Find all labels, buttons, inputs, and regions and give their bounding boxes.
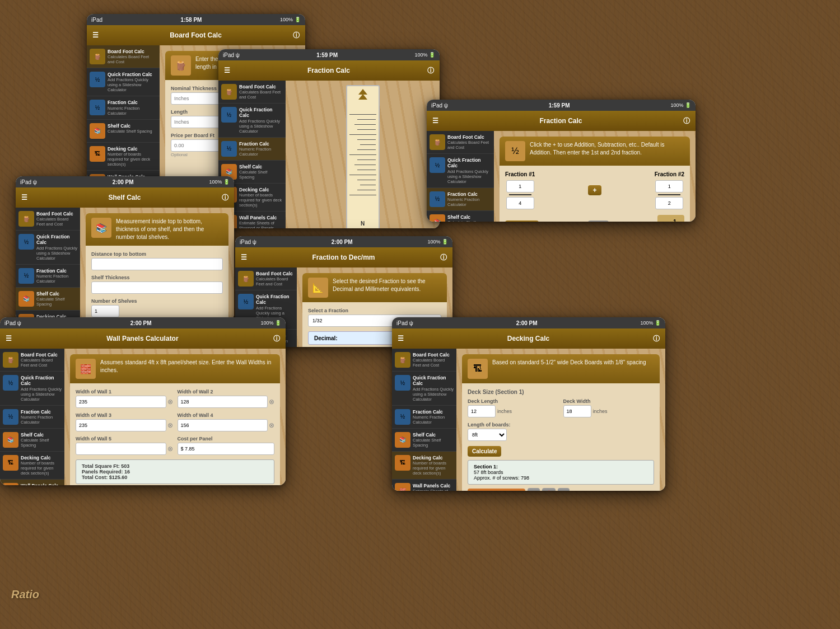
si-bf6[interactable]: 🪵 Board Foot CalcCalculates Board Feet a… bbox=[0, 349, 64, 372]
sidebar-text-decking-1: Decking Calc Number of boards required f… bbox=[108, 146, 157, 167]
si-txt-bf5: Board Foot CalcCalculates Board Feet and… bbox=[256, 271, 294, 287]
deck-width-input[interactable] bbox=[563, 405, 591, 417]
si-s4[interactable]: 📚 Shelf CalcCalculate Shelf Spacing bbox=[16, 288, 80, 311]
info-icon-5[interactable]: ⓘ bbox=[440, 253, 447, 262]
sidebar-item-frac-2[interactable]: ½ Fraction Calc Numeric Fraction Calcula… bbox=[218, 138, 286, 161]
wall3-input[interactable] bbox=[76, 419, 166, 431]
sidebar-item-board-foot-1[interactable]: 🪵 Board Foot Calc Calculates Board Feet … bbox=[87, 45, 160, 68]
sidebar-item-quick-frac-1[interactable]: ½ Quick Fraction Calc Add Fractions Quic… bbox=[87, 68, 160, 96]
wall4-input[interactable] bbox=[178, 419, 268, 431]
si-bf7[interactable]: 🪵 Board Foot CalcCalculates Board Feet a… bbox=[392, 349, 456, 372]
info-icon-3[interactable]: ⓘ bbox=[683, 116, 690, 126]
ipad-frame-decking-calc: iPad ψ 2:00 PM 100% 🔋 ☰ Decking Calc ⓘ 🪵… bbox=[392, 317, 665, 491]
hamburger-icon-6[interactable]: ☰ bbox=[6, 335, 12, 342]
print-button-7[interactable]: 🖨 bbox=[528, 488, 540, 491]
si-f3[interactable]: ½ Fraction CalcNumeric Fraction Calculat… bbox=[427, 188, 494, 211]
si-qf6[interactable]: ½ Quick Fraction CalcAdd Fractions Quick… bbox=[0, 372, 64, 405]
app-header-5: ☰ Fraction to Dec/mm ⓘ bbox=[235, 247, 452, 267]
si-wp6[interactable]: 🧱 Wall Panels CalcEstimate Sheets of Ply… bbox=[0, 480, 64, 485]
si-wp7[interactable]: 🧱 Wall Panels CalcEstimate Sheets of Ply… bbox=[392, 480, 456, 491]
main-content-3: ½ Click the + to use Addition, Subtracti… bbox=[494, 131, 696, 222]
hamburger-icon-7[interactable]: ☰ bbox=[398, 335, 404, 342]
fraction2-label: Fraction #2 bbox=[655, 171, 684, 177]
carrier-7: iPad ψ bbox=[396, 320, 413, 326]
si-qf7[interactable]: ½ Quick Fraction CalcAdd Fractions Quick… bbox=[392, 372, 456, 405]
wall1-clear-icon[interactable]: ⊗ bbox=[167, 398, 173, 406]
board-length-label: Length of boards: bbox=[468, 422, 654, 428]
wall1-label: Width of Wall 1 bbox=[76, 389, 173, 395]
frac2-num-input[interactable] bbox=[655, 180, 683, 193]
hamburger-icon-1[interactable]: ☰ bbox=[92, 31, 99, 39]
si-icon-bf5: 🪵 bbox=[238, 271, 254, 287]
settings-button-7[interactable]: ⚙ bbox=[558, 488, 570, 491]
deck-length-input[interactable]: 12 bbox=[468, 405, 496, 417]
si-sh6[interactable]: 📚 Shelf CalcCalculate Shelf Spacing bbox=[0, 429, 64, 452]
wall4-clear-icon[interactable]: ⊗ bbox=[269, 421, 274, 429]
sidebar-item-board-foot-2[interactable]: 🪵 Board Foot Calc Calculates Board Feet … bbox=[218, 81, 286, 104]
si-d6[interactable]: 🏗 Decking CalcNumber of boards required … bbox=[0, 452, 64, 480]
clr-button-3[interactable]: CLR bbox=[588, 220, 609, 222]
dist-input[interactable] bbox=[91, 258, 223, 270]
info-icon-2[interactable]: ⓘ bbox=[427, 66, 434, 76]
si-bf5[interactable]: 🪵 Board Foot CalcCalculates Board Feet a… bbox=[235, 267, 297, 290]
wall5-clear-icon[interactable]: ⊗ bbox=[167, 445, 173, 453]
calculate-button-7[interactable]: Calculate bbox=[468, 446, 501, 457]
calc-desc-5: Select the desired Fraction to see the D… bbox=[333, 278, 441, 293]
si-sh7[interactable]: 📚 Shelf CalcCalculate Shelf Spacing bbox=[392, 429, 456, 452]
si-s3[interactable]: 📚 Shelf CalcCalculate Shelf Spacing bbox=[427, 211, 494, 222]
hamburger-icon-3[interactable]: ☰ bbox=[432, 117, 438, 125]
time-5: 2:00 PM bbox=[332, 239, 353, 245]
thickness-input[interactable] bbox=[91, 281, 223, 294]
time-4: 2:00 PM bbox=[113, 179, 134, 185]
si-d7[interactable]: 🏗 Decking CalcNumber of boards required … bbox=[392, 452, 456, 480]
calc-desc-4: Measurement inside top to bottom, thickn… bbox=[116, 218, 223, 241]
sidebar-item-shelf-1[interactable]: 📚 Shelf Calc Calculate Shelf Spacing bbox=[87, 120, 160, 143]
si-f7[interactable]: ½ Fraction CalcNumeric Fraction Calculat… bbox=[392, 406, 456, 429]
wall5-input[interactable] bbox=[76, 443, 166, 455]
si-f4[interactable]: ½ Fraction CalcNumeric Fraction Calculat… bbox=[16, 265, 80, 288]
operator-button[interactable]: + bbox=[588, 185, 601, 195]
wall3-clear-icon[interactable]: ⊗ bbox=[167, 421, 173, 429]
wall2-clear-icon[interactable]: ⊗ bbox=[269, 398, 274, 406]
carrier-6: iPad ψ bbox=[4, 320, 21, 326]
wall2-input[interactable] bbox=[178, 396, 268, 408]
sidebar-3: 🪵 Board Foot CalcCalculates Board Feet a… bbox=[427, 131, 494, 222]
fraction2-section: Fraction #2 bbox=[655, 171, 684, 209]
wall-results: Total Square Ft: 503 Panels Required: 16… bbox=[76, 459, 274, 484]
dist-label: Distance top to bottom bbox=[91, 251, 223, 257]
app-header-4: ☰ Shelf Calc ⓘ bbox=[16, 187, 234, 208]
arrow-up-2[interactable] bbox=[358, 94, 367, 100]
hamburger-icon-2[interactable]: ☰ bbox=[224, 67, 230, 74]
info-icon-7[interactable]: ⓘ bbox=[653, 334, 660, 344]
sidebar-item-frac-1[interactable]: ½ Fraction Calc Numeric Fraction Calcula… bbox=[87, 96, 160, 119]
si-bf4[interactable]: 🪵 Board Foot CalcCalculates Board Feet a… bbox=[16, 208, 80, 231]
sidebar-item-qf-2[interactable]: ½ Quick Fraction Calc Add Fractions Quic… bbox=[218, 104, 286, 137]
add-section-button[interactable]: Add another section bbox=[468, 489, 525, 491]
hamburger-icon-5[interactable]: ☰ bbox=[241, 254, 247, 261]
cost-per-panel-input[interactable] bbox=[178, 443, 275, 455]
app-header-3: ☰ Fraction Calc ⓘ bbox=[427, 111, 696, 131]
si-f6[interactable]: ½ Fraction CalcNumeric Fraction Calculat… bbox=[0, 406, 64, 429]
header-title-3: Fraction Calc bbox=[539, 117, 582, 125]
si-txt-qf6: Quick Fraction CalcAdd Fractions Quickly… bbox=[21, 375, 62, 401]
sidebar-item-decking-1[interactable]: 🏗 Decking Calc Number of boards required… bbox=[87, 143, 160, 171]
calculate-button-3[interactable]: Calculate bbox=[505, 220, 539, 222]
frac1-den-input[interactable] bbox=[506, 197, 534, 209]
num-shelves-input[interactable] bbox=[91, 305, 119, 317]
frac2-den-input[interactable] bbox=[655, 197, 683, 209]
time-3: 1:59 PM bbox=[549, 102, 570, 109]
info-icon-6[interactable]: ⓘ bbox=[273, 334, 280, 344]
info-icon-1[interactable]: ⓘ bbox=[293, 31, 300, 40]
hamburger-icon-4[interactable]: ☰ bbox=[21, 194, 27, 201]
si-qf4[interactable]: ½ Quick Fraction CalcAdd Fractions Quick… bbox=[16, 231, 80, 264]
si-qf3[interactable]: ½ Quick Fraction CalcAdd Fractions Quick… bbox=[427, 154, 494, 187]
calc-body-4: Distance top to bottom Shelf Thickness bbox=[86, 246, 228, 321]
si-bf3[interactable]: 🪵 Board Foot CalcCalculates Board Feet a… bbox=[427, 131, 494, 154]
board-length-select[interactable]: 8ft 10ft 12ft bbox=[468, 429, 507, 441]
battery-4: 100% 🔋 bbox=[209, 179, 230, 185]
wall1-input[interactable] bbox=[76, 396, 166, 408]
frac1-num-input[interactable] bbox=[506, 180, 534, 193]
calc-header-5: 📐 Select the desired Fraction to see the… bbox=[302, 273, 447, 302]
share-button-7[interactable]: 📤 bbox=[542, 488, 556, 491]
info-icon-4[interactable]: ⓘ bbox=[222, 193, 228, 203]
